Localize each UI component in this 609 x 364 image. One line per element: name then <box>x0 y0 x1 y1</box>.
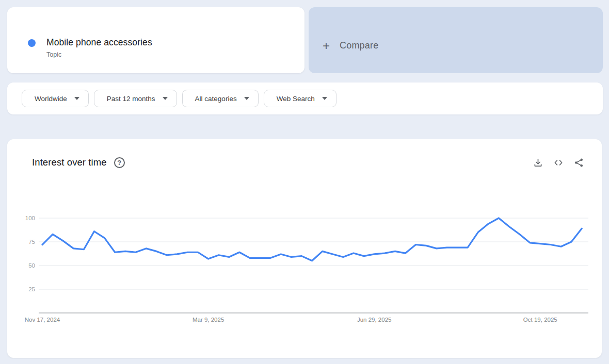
google-trends-explore-page: Mobile phone accessories Topic + Compare… <box>0 0 609 364</box>
interest-over-time-panel: Interest over time ? <box>7 139 602 358</box>
search-term-type: Topic <box>46 51 152 58</box>
search-type-dropdown[interactable]: Web Search <box>264 90 336 107</box>
embed-button[interactable] <box>553 157 564 168</box>
svg-text:Oct 19, 2025: Oct 19, 2025 <box>523 317 557 323</box>
geo-filter-dropdown[interactable]: Worldwide <box>22 90 89 107</box>
panel-header: Interest over time ? <box>7 139 602 168</box>
interest-over-time-chart: 255075100Nov 17, 2024Mar 9, 2025Jun 29, … <box>7 177 602 330</box>
help-icon[interactable]: ? <box>114 157 125 168</box>
share-icon <box>573 157 584 168</box>
series-color-dot-icon <box>28 39 36 47</box>
panel-actions <box>533 157 584 168</box>
svg-text:Mar 9, 2025: Mar 9, 2025 <box>193 317 224 323</box>
filter-bar: Worldwide Past 12 months All categories … <box>7 82 603 114</box>
geo-filter-label: Worldwide <box>35 95 67 103</box>
compare-add-card[interactable]: + Compare <box>309 7 603 73</box>
svg-text:100: 100 <box>25 215 35 221</box>
chevron-down-icon <box>322 97 327 100</box>
panel-title: Interest over time <box>32 157 107 168</box>
search-type-label: Web Search <box>277 95 315 103</box>
embed-icon <box>553 157 564 168</box>
plus-icon: + <box>323 41 330 51</box>
chevron-down-icon <box>74 97 79 100</box>
compare-inner: + Compare <box>323 40 378 51</box>
chevron-down-icon <box>244 97 249 100</box>
time-range-dropdown[interactable]: Past 12 months <box>94 90 177 107</box>
svg-text:50: 50 <box>28 262 35 269</box>
search-term-card[interactable]: Mobile phone accessories Topic <box>7 7 304 73</box>
compare-label: Compare <box>340 40 378 51</box>
category-filter-dropdown[interactable]: All categories <box>182 90 259 107</box>
svg-text:75: 75 <box>28 239 35 245</box>
search-term-title: Mobile phone accessories <box>46 37 152 48</box>
category-filter-label: All categories <box>195 95 237 103</box>
svg-text:Nov 17, 2024: Nov 17, 2024 <box>25 317 60 323</box>
svg-text:25: 25 <box>28 286 35 292</box>
search-terms-row: Mobile phone accessories Topic + Compare <box>7 7 603 73</box>
share-button[interactable] <box>573 157 584 168</box>
download-button[interactable] <box>533 157 543 168</box>
download-icon <box>533 157 543 168</box>
svg-text:Jun 29, 2025: Jun 29, 2025 <box>357 317 392 323</box>
chevron-down-icon <box>163 97 168 100</box>
search-term-text: Mobile phone accessories Topic <box>46 37 152 58</box>
time-range-label: Past 12 months <box>107 95 155 103</box>
